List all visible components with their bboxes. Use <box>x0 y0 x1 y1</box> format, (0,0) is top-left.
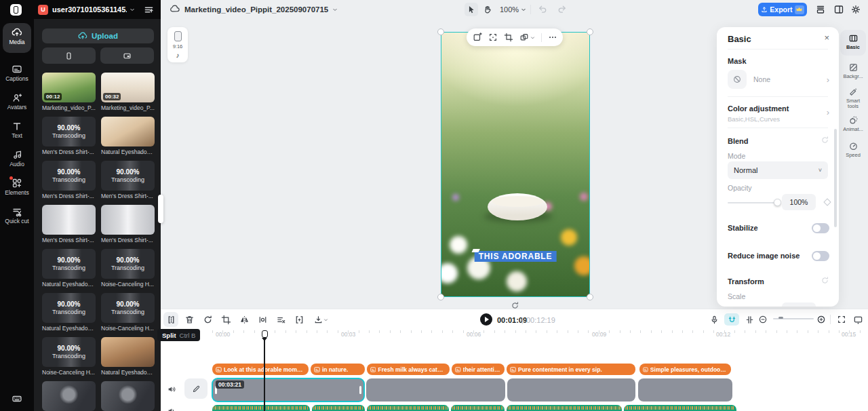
audio-segment[interactable] <box>451 405 505 411</box>
reduce-noise-toggle[interactable] <box>812 251 829 261</box>
auto-split-button[interactable] <box>273 312 288 327</box>
flip-button[interactable] <box>237 312 252 327</box>
crop-button[interactable] <box>218 312 233 327</box>
panel-scrollbar[interactable] <box>834 129 837 227</box>
preview-display-button[interactable] <box>850 312 865 327</box>
reset-icon[interactable] <box>821 276 829 285</box>
project-title-dropdown[interactable]: Marketing_video_Pippit_202509070715 <box>184 5 338 14</box>
edit-track-button[interactable] <box>184 378 208 399</box>
select-tool-button[interactable] <box>465 3 478 16</box>
close-icon[interactable]: × <box>824 33 829 43</box>
stabilize-toggle[interactable] <box>812 223 829 233</box>
zoom-level-dropdown[interactable]: 100% <box>500 5 526 14</box>
replace-media-icon[interactable] <box>519 33 535 42</box>
opacity-slider-knob[interactable] <box>774 199 781 206</box>
play-button[interactable] <box>480 313 492 326</box>
layout-toggle-button[interactable] <box>833 4 844 15</box>
mute-track-button[interactable] <box>167 385 176 394</box>
freeze-frame-button[interactable] <box>292 312 307 327</box>
media-item[interactable]: 90.00%Transcoding Men's Dress Shirt-... <box>101 161 155 199</box>
video-segment[interactable] <box>366 378 505 402</box>
portrait-format-button[interactable] <box>42 47 96 64</box>
rail-item-smart-tools[interactable]: Smart tools <box>841 87 865 109</box>
caption-segment[interactable]: in nature. <box>311 364 365 375</box>
redo-button[interactable] <box>557 4 567 14</box>
rotate-button[interactable] <box>200 312 215 327</box>
split-button[interactable] <box>163 312 178 327</box>
chevron-right-icon[interactable]: › <box>827 75 829 85</box>
sidebar-item-media[interactable]: Media <box>0 27 34 45</box>
media-item[interactable]: Natural Eyeshadow... <box>101 117 155 155</box>
media-item[interactable]: 90.00%Transcoding Natural Eyeshadow... <box>42 249 96 288</box>
mirror-button[interactable] <box>255 312 270 327</box>
mask-row[interactable]: None <box>728 69 828 90</box>
aspect-ratio-card[interactable]: 9:16 ♪ <box>167 27 188 62</box>
media-item[interactable]: 90.00%Transcoding Men's Dress Shirt-... <box>42 117 96 155</box>
preview-splitter-button[interactable] <box>742 312 757 327</box>
media-item[interactable] <box>42 381 96 411</box>
media-item[interactable]: 00:12 Marketing_video_P... <box>42 73 96 111</box>
selection-handle-top-right[interactable] <box>587 28 593 35</box>
timeline-ruler[interactable] <box>212 330 868 333</box>
mute-audio-track-button[interactable] <box>167 406 176 411</box>
delete-button[interactable] <box>182 312 197 327</box>
selection-handle-top-left[interactable] <box>437 28 444 35</box>
video-preview[interactable]: THIS ADORABLE <box>441 32 590 297</box>
rotate-handle[interactable] <box>511 301 519 310</box>
rail-item-animations[interactable]: Animat... <box>841 115 865 132</box>
timeline-zoom-slider-handle[interactable] <box>778 317 783 319</box>
selection-handle-bottom-left[interactable] <box>437 294 444 300</box>
timeline-zoom-in-button[interactable] <box>814 312 829 327</box>
more-icon[interactable] <box>548 33 557 42</box>
keyframe-icon[interactable] <box>823 198 831 206</box>
rail-item-speed[interactable]: Speed <box>841 141 865 158</box>
media-item[interactable]: 00:32 Marketing_video_P... <box>101 73 155 111</box>
snap-toggle-button[interactable] <box>724 313 739 326</box>
media-item[interactable]: Men's Dress Shirt-... <box>101 205 155 243</box>
crop-icon[interactable] <box>504 33 513 42</box>
media-item[interactable]: 90.00%Transcoding Noise-Canceling H... <box>101 293 155 332</box>
caption-segment[interactable]: Look at this adorable moment <box>212 364 309 375</box>
caption-segment[interactable]: Fresh milk always catches <box>367 364 450 375</box>
project-list-icon[interactable] <box>144 5 154 15</box>
media-item[interactable]: 90.00%Transcoding Men's Dress Shirt-... <box>42 161 96 199</box>
fit-frame-icon[interactable] <box>488 33 498 42</box>
rail-item-background[interactable]: Backgr... <box>841 62 865 79</box>
media-item[interactable] <box>101 381 155 411</box>
export-button[interactable]: Export <box>758 3 807 16</box>
audio-segment[interactable] <box>312 405 365 411</box>
reset-icon[interactable] <box>821 136 829 144</box>
media-item[interactable]: 90.00%Transcoding Noise-Canceling H... <box>42 337 96 376</box>
color-adjustment-label[interactable]: Color adjustment <box>728 104 828 113</box>
media-item[interactable]: 90.00%Transcoding Natural Eyeshadow... <box>42 293 96 332</box>
audio-segment[interactable] <box>507 405 622 411</box>
video-segment[interactable] <box>638 378 732 402</box>
selection-handle-bottom-right[interactable] <box>587 294 593 300</box>
caption-overlay[interactable]: THIS ADORABLE <box>475 251 557 262</box>
render-queue-button[interactable] <box>815 4 826 15</box>
panel-collapse-handle[interactable] <box>158 195 163 223</box>
caption-segment[interactable]: their attention. <box>452 364 505 375</box>
sidebar-item-avatars[interactable]: Avatars <box>0 92 34 111</box>
sidebar-item-audio[interactable]: Audio <box>0 149 34 168</box>
upload-button[interactable]: Upload <box>42 28 154 43</box>
audio-segment[interactable] <box>212 405 310 411</box>
scale-value[interactable] <box>782 302 816 307</box>
opacity-value[interactable]: 100% <box>782 194 816 210</box>
audio-segment[interactable] <box>367 405 449 411</box>
undo-button[interactable] <box>538 4 548 14</box>
rail-item-basic[interactable]: Basic <box>841 33 865 50</box>
cloud-sync-button[interactable] <box>170 4 180 14</box>
chevron-right-icon[interactable]: › <box>827 107 829 117</box>
media-item[interactable]: 90.00%Transcoding Noise-Canceling H... <box>101 249 155 288</box>
settings-button[interactable] <box>850 4 861 15</box>
caption-segment[interactable]: Simple pleasures, outdoor bliss. <box>639 364 731 375</box>
sidebar-item-captions[interactable]: Captions <box>0 64 34 82</box>
sidebar-item-shortcuts[interactable] <box>0 393 34 404</box>
media-item[interactable]: Natural Eyeshadow... <box>101 337 155 376</box>
audio-segment[interactable] <box>624 405 736 411</box>
hand-tool-button[interactable] <box>481 3 494 16</box>
voiceover-button[interactable] <box>707 312 722 327</box>
blend-mode-select[interactable]: Normal ˅ <box>728 161 828 179</box>
timeline-zoom-out-button[interactable] <box>755 312 770 327</box>
